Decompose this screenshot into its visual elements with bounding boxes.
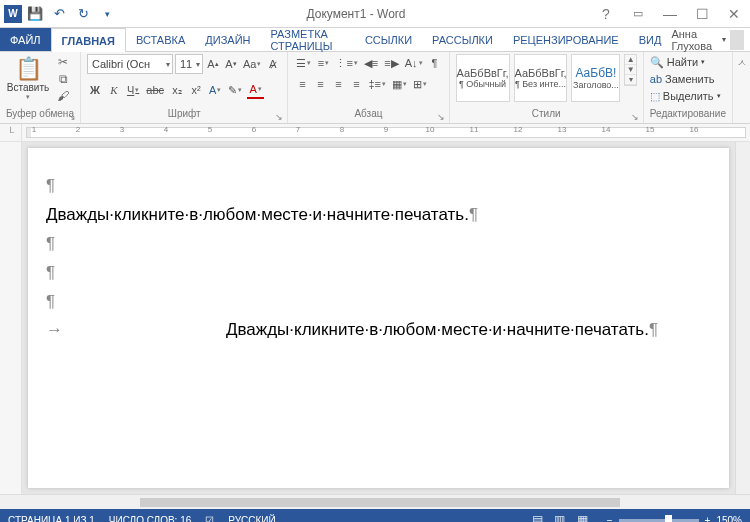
decrease-indent-icon[interactable]: ◀≡: [362, 54, 380, 72]
styles-more-icon[interactable]: ▾: [625, 75, 635, 85]
font-size-combo[interactable]: 11: [175, 54, 203, 74]
text-effects-icon[interactable]: A: [207, 81, 223, 99]
collapse-ribbon-icon[interactable]: ㅅ: [737, 56, 747, 70]
tab-review[interactable]: РЕЦЕНЗИРОВАНИЕ: [503, 28, 629, 51]
align-center-icon[interactable]: ≡: [312, 75, 328, 93]
print-layout-icon[interactable]: ▥: [550, 512, 570, 522]
group-clipboard: 📋 Вставить ▾ ✂ ⧉ 🖌 Буфер обмена↘: [0, 52, 81, 123]
zoom-slider[interactable]: [619, 519, 699, 522]
select-button[interactable]: ⬚Выделить ▾: [650, 88, 721, 104]
ruler-tick: 11: [470, 125, 479, 134]
bold-button[interactable]: Ж: [87, 81, 103, 99]
font-color-icon[interactable]: A: [247, 81, 263, 99]
web-layout-icon[interactable]: ▦: [573, 512, 593, 522]
find-button[interactable]: 🔍Найти ▾: [650, 54, 721, 70]
numbering-icon[interactable]: ≡: [315, 54, 331, 72]
ruler-tick: 2: [76, 125, 80, 134]
clipboard-launcher-icon[interactable]: ↘: [68, 112, 76, 122]
word-count[interactable]: ЧИСЛО СЛОВ: 16: [109, 515, 191, 523]
underline-button[interactable]: Ч: [125, 81, 141, 99]
clear-formatting-icon[interactable]: A̷: [265, 55, 281, 73]
highlight-icon[interactable]: ✎: [226, 81, 244, 99]
replace-icon: ab: [650, 73, 662, 85]
align-left-icon[interactable]: ≡: [294, 75, 310, 93]
user-account[interactable]: Анна Глухова ▾: [671, 28, 750, 51]
font-name-combo[interactable]: Calibri (Осн: [87, 54, 173, 74]
page-indicator[interactable]: СТРАНИЦА 1 ИЗ 1: [8, 515, 95, 523]
vertical-ruler[interactable]: [0, 142, 22, 494]
borders-icon[interactable]: ⊞: [411, 75, 429, 93]
tab-insert[interactable]: ВСТАВКА: [126, 28, 195, 51]
text-line: →Дважды·кликните·в·любом·месте·и·начните…: [46, 316, 711, 345]
styles-down-icon[interactable]: ▼: [625, 65, 635, 75]
ribbon-options-icon[interactable]: ▭: [626, 3, 650, 25]
tab-mailings[interactable]: РАССЫЛКИ: [422, 28, 503, 51]
zoom-level[interactable]: 150%: [716, 515, 742, 523]
superscript-button[interactable]: x²: [188, 81, 204, 99]
page[interactable]: ¶ Дважды·кликните·в·любом·месте·и·начнит…: [28, 148, 729, 488]
save-icon[interactable]: 💾: [24, 3, 46, 25]
quick-access-toolbar: W 💾 ↶ ↻ ▾: [4, 3, 118, 25]
paragraph-launcher-icon[interactable]: ↘: [437, 112, 445, 122]
replace-button[interactable]: abЗаменить: [650, 71, 721, 87]
format-painter-icon[interactable]: 🖌: [54, 88, 72, 104]
strikethrough-button[interactable]: abc: [144, 81, 166, 99]
styles-gallery-nav[interactable]: ▲ ▼ ▾: [624, 54, 636, 86]
undo-icon[interactable]: ↶: [48, 3, 70, 25]
italic-button[interactable]: К: [106, 81, 122, 99]
tab-design[interactable]: ДИЗАЙН: [195, 28, 260, 51]
zoom-control[interactable]: − + 150%: [607, 515, 742, 523]
shrink-font-icon[interactable]: A▾: [223, 55, 239, 73]
ruler-tick: 13: [558, 125, 567, 134]
redo-icon[interactable]: ↻: [72, 3, 94, 25]
tab-references[interactable]: ССЫЛКИ: [355, 28, 422, 51]
align-right-icon[interactable]: ≡: [330, 75, 346, 93]
tab-view[interactable]: ВИД: [629, 28, 672, 51]
text-line: Дважды·кликните·в·любом·месте·и·начните·…: [46, 201, 711, 230]
language-indicator[interactable]: РУССКИЙ: [228, 515, 275, 523]
tab-selector[interactable]: └: [0, 124, 22, 141]
tab-home[interactable]: ГЛАВНАЯ: [51, 28, 126, 52]
paragraph-mark: ¶: [46, 259, 711, 288]
qat-customize-icon[interactable]: ▾: [96, 3, 118, 25]
maximize-icon[interactable]: ☐: [690, 3, 714, 25]
zoom-in-icon[interactable]: +: [705, 515, 711, 523]
change-case-button[interactable]: Aa: [241, 55, 263, 73]
paste-button[interactable]: 📋 Вставить ▾: [6, 54, 50, 103]
style-normal[interactable]: АаБбВвГг, ¶ Обычный: [456, 54, 510, 102]
bullets-icon[interactable]: ☰: [294, 54, 313, 72]
horizontal-ruler[interactable]: └ 12345678910111213141516: [0, 124, 750, 142]
horizontal-scrollbar[interactable]: [0, 494, 750, 509]
read-mode-icon[interactable]: ▤: [527, 512, 547, 522]
tab-layout[interactable]: РАЗМЕТКА СТРАНИЦЫ: [260, 28, 354, 51]
proofing-icon[interactable]: ☑: [205, 515, 214, 523]
line-spacing-icon[interactable]: ‡≡: [366, 75, 388, 93]
zoom-out-icon[interactable]: −: [607, 515, 613, 523]
group-font: Calibri (Осн 11 A▴ A▾ Aa A̷ Ж К Ч abc x₂…: [81, 52, 288, 123]
help-icon[interactable]: ?: [594, 3, 618, 25]
shading-icon[interactable]: ▦: [390, 75, 409, 93]
styles-group-label: Стили: [532, 108, 561, 119]
font-launcher-icon[interactable]: ↘: [275, 112, 283, 122]
multilevel-list-icon[interactable]: ⋮≡: [333, 54, 359, 72]
show-marks-icon[interactable]: ¶: [427, 54, 443, 72]
style-heading1[interactable]: АаБбВ! Заголово...: [571, 54, 620, 102]
sort-icon[interactable]: A↓: [403, 54, 425, 72]
increase-indent-icon[interactable]: ≡▶: [382, 54, 400, 72]
justify-icon[interactable]: ≡: [348, 75, 364, 93]
grow-font-icon[interactable]: A▴: [205, 55, 221, 73]
copy-icon[interactable]: ⧉: [54, 71, 72, 87]
document-title: Документ1 - Word: [118, 7, 594, 21]
minimize-icon[interactable]: —: [658, 3, 682, 25]
styles-launcher-icon[interactable]: ↘: [631, 112, 639, 122]
cut-icon[interactable]: ✂: [54, 54, 72, 70]
word-icon[interactable]: W: [4, 5, 22, 23]
close-icon[interactable]: ✕: [722, 3, 746, 25]
ruler-tick: 7: [296, 125, 300, 134]
tab-file[interactable]: ФАЙЛ: [0, 28, 51, 51]
styles-up-icon[interactable]: ▲: [625, 55, 635, 65]
vertical-scrollbar[interactable]: [735, 142, 750, 494]
paste-label: Вставить: [7, 82, 49, 93]
subscript-button[interactable]: x₂: [169, 81, 185, 99]
style-no-spacing[interactable]: АаБбВвГг, ¶ Без инте...: [514, 54, 568, 102]
